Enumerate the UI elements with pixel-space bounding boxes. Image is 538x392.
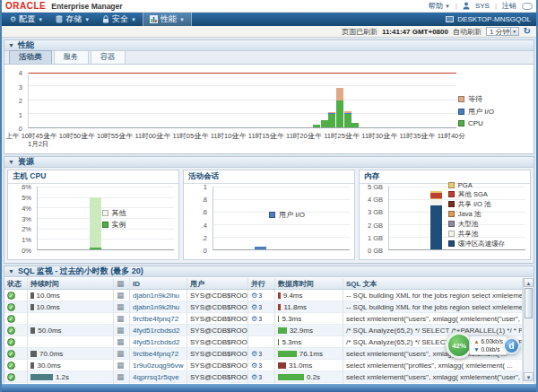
table-row[interactable]: ✓10.0ms▦djabn1n9k2lhuSYS@CDB$ROOT⚙39.4ms… — [4, 290, 534, 301]
legend-item: 共享 I/O 池 — [448, 200, 506, 209]
collapse-triangle-icon[interactable]: ▼ — [8, 42, 14, 48]
legend-swatch-icon — [448, 211, 455, 217]
floating-ball-icon[interactable]: d — [503, 337, 520, 354]
db-time-value: 9.4ms — [283, 292, 303, 300]
sql-id-link[interactable]: 9rctbe4fpnq72 — [133, 315, 178, 323]
activity-stacked-bar — [344, 73, 351, 127]
scrollbar-thumb[interactable] — [525, 288, 533, 318]
table-cell: 1r9u0zuqg96vw — [130, 360, 187, 370]
table-cell: SYS@CDB$ROOT — [187, 336, 248, 347]
menu-performance[interactable]: 性能 ▼ — [143, 13, 192, 26]
table-cell: 30.0ms — [28, 360, 114, 370]
menu-storage[interactable]: 存储 ▼ — [49, 13, 96, 26]
table-cell: 70.0ms — [28, 348, 114, 359]
feedback-bubble-icon[interactable] — [522, 3, 533, 10]
duration-bar — [30, 362, 34, 369]
table-cell: ✓ — [4, 348, 28, 359]
legend-item: 其他 SGA — [448, 190, 506, 199]
floating-overlay-widget[interactable]: 42% ▲ 6.00kb/s ▼ 0.0kb/s d — [446, 332, 520, 359]
lock-icon — [102, 15, 109, 23]
table-row[interactable]: ✓1.2s▦4qprrsq1r5qveSYS@CDB$ROOT⚙30.2ssel… — [4, 371, 534, 383]
status-done-icon: ✓ — [7, 327, 15, 335]
current-user[interactable]: SYS — [475, 2, 490, 10]
sql-id-link[interactable]: djabn1n9k2lhu — [133, 303, 179, 311]
sql-id-link[interactable]: 4fyd51rcbdsd2 — [133, 338, 179, 346]
legend-item: 共享池 — [448, 230, 506, 239]
activity-chart-date-label: 1月2日 — [28, 140, 48, 149]
legend-label: 共享 I/O 池 — [458, 200, 491, 209]
table-cell — [28, 336, 114, 347]
legend-swatch-icon — [448, 221, 455, 227]
chevron-down-icon: ▼ — [38, 17, 43, 22]
sql-id-link[interactable]: 9rctbe4fpnq72 — [133, 350, 178, 358]
table-cell: djabn1n9k2lhu — [130, 290, 187, 301]
table-cell: ▦ — [114, 290, 130, 301]
sql-monitor-table: 状态持续时间▦ID用户并行数据库时间SQL 文本 ✓10.0ms▦djabn1n… — [4, 278, 534, 381]
table-row[interactable]: ✓▦9rctbe4fpnq72SYS@CDB$ROOT⚙35.3msselect… — [4, 313, 534, 325]
y-tick-label: 4% — [22, 204, 31, 212]
sql-id-link[interactable]: 4fyd51rcbdsd2 — [133, 327, 179, 335]
auto-refresh-value: 1 分钟 — [490, 27, 510, 37]
collapse-triangle-icon[interactable]: ▼ — [8, 268, 14, 274]
table-cell: 11.8ms — [275, 301, 343, 312]
tab-containers[interactable]: 容器 — [91, 50, 126, 64]
parallel-count: 3 — [258, 362, 262, 369]
host-cpu-legend: 其他实例 — [102, 208, 126, 230]
user-value: SYS@CDB$ROOT — [190, 373, 248, 381]
sql-id-link[interactable]: djabn1n9k2lhu — [133, 292, 179, 300]
menu-bar: ⚙ 配置 ▼ 存储 ▼ 安全 ▼ 性能 ▼ DESKTOP-MNSGQOL — [0, 13, 538, 26]
help-menu[interactable]: 帮助 ▼ — [429, 1, 450, 11]
status-done-icon: ✓ — [7, 362, 15, 370]
user-value: SYS@CDB$ROOT — [190, 292, 248, 300]
active-sessions-y-axis: 1.8.6.4.20 — [184, 187, 211, 250]
table-cell: 9.4ms — [275, 290, 343, 301]
bar-segment — [336, 100, 343, 127]
table-cell: ▦ — [114, 325, 130, 335]
auto-refresh-select[interactable]: 1 分钟 ▼ — [486, 27, 519, 36]
tab-activity-class[interactable]: 活动类 — [9, 50, 52, 64]
column-header: ▦ — [114, 278, 130, 289]
sql-table-header: 状态持续时间▦ID用户并行数据库时间SQL 文本 — [4, 278, 534, 290]
x-tick-label: 上午 11时35分 — [384, 132, 427, 141]
sql-text: -- SQL building XML for the jobs region … — [346, 303, 523, 311]
user-value: SYS@CDB$ROOT — [190, 315, 248, 323]
menu-security[interactable]: 安全 ▼ — [96, 13, 143, 26]
table-cell: 1.2s — [28, 371, 114, 382]
sql-text: select xmlelement("users", xmlagg( xmlel… — [346, 315, 523, 323]
bar-segment — [255, 247, 266, 249]
logout-link[interactable]: 注销 — [502, 1, 516, 11]
scroll-down-arrow[interactable]: ▼ — [524, 372, 534, 381]
menu-label: 安全 — [112, 13, 128, 25]
table-row[interactable]: ✓10.0ms▦djabn1n9k2lhuSYS@CDB$ROOT⚙311.8m… — [4, 301, 534, 313]
duration-value: 10.0ms — [37, 303, 60, 311]
y-tick-label: 1 GB — [368, 233, 383, 241]
memory-chart: 内存 5 GB4 GB3 GB2 GB1 GB0 GB PGA其他 SGA共享 … — [359, 170, 531, 260]
table-cell: ⚙3 — [248, 301, 275, 312]
collapse-triangle-icon[interactable]: ▼ — [8, 159, 14, 165]
table-scrollbar[interactable]: ▲ ▼ — [523, 278, 534, 381]
legend-swatch-icon — [458, 96, 464, 102]
tab-services[interactable]: 服务 — [54, 50, 89, 64]
legend-label: 等待 — [468, 94, 482, 104]
scroll-up-arrow[interactable]: ▲ — [524, 278, 534, 287]
plan-type-icon: ▦ — [117, 326, 125, 335]
table-row[interactable]: ✓30.0ms▦1r9u0zuqg96vwSYS@CDB$ROOT⚙331.0m… — [4, 360, 534, 371]
legend-item: 实例 — [102, 220, 126, 230]
top-bar: ORACLE Enterprise Manager 帮助 ▼ | SYS | 注… — [0, 0, 538, 13]
sql-id-link[interactable]: 1r9u0zuqg96vw — [133, 362, 183, 370]
menu-configure[interactable]: ⚙ 配置 ▼ — [4, 13, 49, 26]
refresh-icon[interactable]: ↻ — [524, 27, 531, 36]
status-done-icon: ✓ — [7, 292, 15, 300]
table-cell: ▦ — [114, 313, 130, 324]
legend-swatch-icon — [448, 231, 455, 237]
bar-segment — [328, 114, 335, 127]
chevron-down-icon: ▼ — [510, 28, 518, 35]
table-cell: 4fyd51rcbdsd2 — [130, 336, 187, 347]
gridline — [213, 224, 350, 225]
table-cell: ✓ — [4, 325, 28, 335]
y-tick-label: 2 GB — [368, 221, 383, 229]
table-cell: 50.0ms — [28, 325, 114, 335]
table-cell: select xmlelement("profiles", xmlagg( xm… — [343, 360, 523, 370]
sql-id-link[interactable]: 4qprrsq1r5qve — [133, 373, 179, 381]
table-cell: 9rctbe4fpnq72 — [130, 348, 187, 359]
